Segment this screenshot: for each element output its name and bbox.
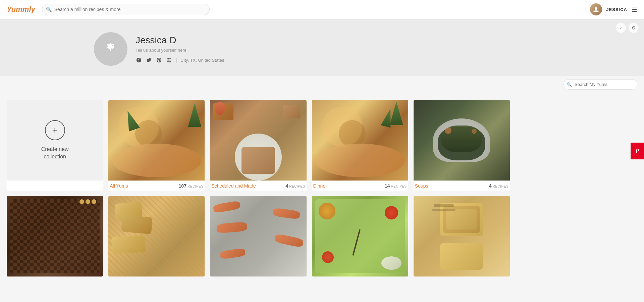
collection-row2-1[interactable] [7, 196, 103, 276]
banner-actions: ‹ ⚙ [616, 23, 639, 33]
row2-image-5 [414, 196, 510, 276]
row2-image-3 [210, 196, 306, 276]
dinner-image [312, 100, 408, 181]
back-button[interactable]: ‹ [616, 23, 626, 33]
pinterest-social-icon[interactable] [156, 57, 162, 63]
profile-avatar [94, 32, 127, 66]
collection-row2-5[interactable] [414, 196, 510, 276]
logo-text: Yummly [7, 5, 35, 14]
location-text: City, TX, United States [180, 58, 224, 63]
divider: | [176, 57, 177, 63]
logo[interactable]: Yummly [7, 5, 35, 14]
soups-title[interactable]: Soups [415, 183, 428, 189]
settings-button[interactable]: ⚙ [629, 23, 639, 33]
row2-image-4 [312, 196, 408, 276]
pinterest-icon: P [635, 147, 639, 155]
yums-search-input[interactable] [564, 79, 637, 90]
second-row-grid [7, 196, 510, 276]
twitter-icon[interactable] [146, 57, 152, 63]
hamburger-icon[interactable]: ☰ [631, 5, 637, 13]
dinner-count: 14 RECIPES [385, 183, 407, 189]
facebook-icon[interactable] [136, 57, 142, 63]
soups-info: Soups 4 RECIPES [414, 181, 510, 191]
collection-row2-2[interactable] [108, 196, 205, 276]
web-icon[interactable] [166, 57, 172, 63]
collection-soups[interactable]: Soups 4 RECIPES [414, 100, 510, 191]
plus-circle: + [45, 120, 65, 140]
avatar [590, 3, 602, 15]
yums-search-wrapper: 🔍 [564, 79, 637, 90]
all-yums-count: 107 RECIPES [179, 183, 204, 189]
row2-image-1 [7, 196, 103, 276]
all-yums-image [108, 100, 205, 181]
all-yums-title[interactable]: All Yums [110, 183, 128, 189]
create-collection-button[interactable]: + Create newcollection [7, 100, 103, 181]
soups-image [414, 100, 510, 181]
create-label: Create newcollection [41, 146, 69, 161]
collections-grid: + Create newcollection All Yums 107 RECI… [7, 100, 510, 191]
main-content: + Create newcollection All Yums 107 RECI… [0, 93, 517, 283]
search-icon: 🔍 [46, 7, 52, 12]
username-label: JESSICA [606, 7, 627, 12]
svg-point-0 [595, 7, 597, 10]
profile-content: Jessica D Tell us about yourself here | … [0, 32, 644, 76]
collection-scheduled[interactable]: Scheduled and Made 4 RECIPES [210, 100, 306, 191]
collection-row2-4[interactable] [312, 196, 408, 276]
scheduled-title[interactable]: Scheduled and Made [211, 183, 256, 189]
dinner-info: Dinner 14 RECIPES [312, 181, 408, 191]
profile-name: Jessica D [136, 35, 224, 46]
yums-search-icon: 🔍 [567, 82, 572, 87]
profile-social: | City, TX, United States [136, 57, 224, 63]
yums-search-bar: 🔍 [0, 76, 644, 93]
profile-info: Jessica D Tell us about yourself here | … [136, 32, 224, 63]
create-collection-card[interactable]: + Create newcollection [7, 100, 103, 191]
collection-dinner[interactable]: Dinner 14 RECIPES [312, 100, 408, 191]
collection-all-yums[interactable]: All Yums 107 RECIPES [108, 100, 205, 191]
scheduled-info: Scheduled and Made 4 RECIPES [210, 181, 306, 191]
soups-count: 4 RECIPES [489, 183, 508, 189]
dinner-title[interactable]: Dinner [313, 183, 327, 189]
profile-bio: Tell us about yourself here [136, 48, 224, 53]
collection-row2-3[interactable] [210, 196, 306, 276]
row2-image-2 [108, 196, 205, 276]
search-bar: 🔍 [42, 4, 210, 15]
header-right: JESSICA ☰ [590, 3, 637, 15]
pinterest-button[interactable]: P [631, 143, 644, 159]
all-yums-info: All Yums 107 RECIPES [108, 181, 205, 191]
scheduled-count: 4 RECIPES [285, 183, 305, 189]
profile-banner: ‹ ⚙ Jessica D Tell us about yourself her… [0, 19, 644, 76]
scheduled-image [210, 100, 306, 181]
plus-icon: + [52, 125, 57, 136]
header: Yummly 🔍 JESSICA ☰ [0, 0, 644, 19]
search-input[interactable] [42, 4, 210, 15]
